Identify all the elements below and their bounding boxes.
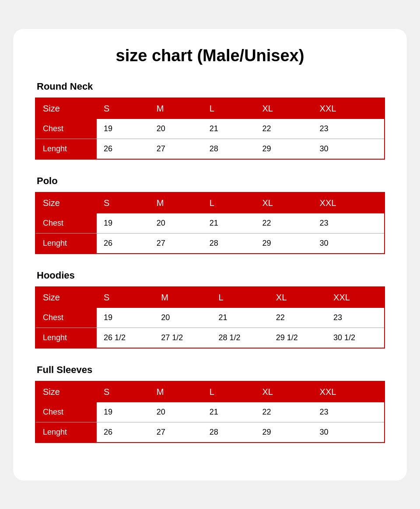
cell-lenght-XXL: 30 1/2	[326, 328, 385, 348]
cell-lenght-S: 26	[97, 139, 150, 159]
table-row: Lenght2627282930	[35, 139, 385, 159]
cell-chest-L: 21	[203, 119, 256, 139]
cell-lenght-M: 27	[150, 139, 203, 159]
row-label: Chest	[35, 213, 97, 234]
cell-chest-XXL: 23	[313, 213, 385, 234]
row-label: Lenght	[35, 422, 97, 443]
section-title-hoodies: Hoodies	[35, 270, 385, 281]
col-header-size: Size	[35, 192, 97, 213]
cell-chest-L: 21	[212, 308, 269, 328]
table-row: Chest1920212223	[35, 213, 385, 234]
cell-lenght-S: 26	[97, 233, 150, 254]
section-title-polo: Polo	[35, 175, 385, 187]
cell-chest-S: 19	[97, 402, 150, 422]
cell-chest-S: 19	[97, 308, 154, 328]
table-full-sleeves: SizeSMLXLXXLChest1920212223Lenght2627282…	[35, 381, 385, 443]
cell-lenght-L: 28	[203, 139, 256, 159]
cell-chest-M: 20	[150, 213, 203, 234]
col-header-s: S	[97, 192, 150, 213]
table-row: Chest1920212223	[35, 308, 385, 328]
cell-chest-XXL: 23	[313, 402, 385, 422]
cell-lenght-XXL: 30	[313, 422, 385, 443]
col-header-s: S	[97, 287, 154, 308]
col-header-xxl: XXL	[326, 287, 385, 308]
col-header-l: L	[212, 287, 269, 308]
row-label: Lenght	[35, 139, 97, 159]
col-header-m: M	[150, 98, 203, 119]
size-chart-card: size chart (Male/Unisex) Round NeckSizeS…	[13, 29, 407, 481]
col-header-xl: XL	[255, 192, 312, 213]
col-header-size: Size	[35, 287, 97, 308]
cell-lenght-L: 28	[203, 233, 256, 254]
cell-lenght-XL: 29	[255, 139, 312, 159]
row-label: Lenght	[35, 328, 97, 348]
cell-lenght-XXL: 30	[313, 233, 385, 254]
col-header-m: M	[154, 287, 211, 308]
col-header-m: M	[150, 192, 203, 213]
col-header-xxl: XXL	[313, 98, 385, 119]
cell-lenght-S: 26	[97, 422, 150, 443]
cell-chest-XL: 22	[255, 402, 312, 422]
col-header-xxl: XXL	[313, 192, 385, 213]
col-header-xl: XL	[255, 381, 312, 402]
cell-chest-M: 20	[154, 308, 211, 328]
table-hoodies: SizeSMLXLXXLChest1920212223Lenght26 1/22…	[35, 286, 385, 349]
page-title: size chart (Male/Unisex)	[35, 46, 385, 65]
section-full-sleeves: Full SleevesSizeSMLXLXXLChest1920212223L…	[35, 364, 385, 443]
cell-chest-XXL: 23	[313, 119, 385, 139]
section-round-neck: Round NeckSizeSMLXLXXLChest1920212223Len…	[35, 81, 385, 160]
cell-chest-M: 20	[150, 119, 203, 139]
cell-lenght-M: 27	[150, 422, 203, 443]
cell-lenght-M: 27 1/2	[154, 328, 211, 348]
col-header-s: S	[97, 98, 150, 119]
cell-chest-XL: 22	[269, 308, 326, 328]
table-row: Lenght2627282930	[35, 422, 385, 443]
cell-chest-L: 21	[203, 402, 256, 422]
col-header-s: S	[97, 381, 150, 402]
cell-lenght-XXL: 30	[313, 139, 385, 159]
cell-lenght-XL: 29	[255, 422, 312, 443]
row-label: Lenght	[35, 233, 97, 254]
cell-chest-XL: 22	[255, 119, 312, 139]
table-row: Chest1920212223	[35, 119, 385, 139]
col-header-xxl: XXL	[313, 381, 385, 402]
cell-lenght-M: 27	[150, 233, 203, 254]
col-header-l: L	[203, 381, 256, 402]
col-header-size: Size	[35, 98, 97, 119]
table-round-neck: SizeSMLXLXXLChest1920212223Lenght2627282…	[35, 98, 385, 160]
col-header-xl: XL	[269, 287, 326, 308]
cell-chest-L: 21	[203, 213, 256, 234]
col-header-xl: XL	[255, 98, 312, 119]
table-row: Lenght26 1/227 1/228 1/229 1/230 1/2	[35, 328, 385, 348]
cell-lenght-L: 28	[203, 422, 256, 443]
cell-lenght-XL: 29	[255, 233, 312, 254]
row-label: Chest	[35, 119, 97, 139]
cell-lenght-XL: 29 1/2	[269, 328, 326, 348]
row-label: Chest	[35, 402, 97, 422]
cell-chest-XL: 22	[255, 213, 312, 234]
col-header-l: L	[203, 98, 256, 119]
col-header-size: Size	[35, 381, 97, 402]
cell-lenght-S: 26 1/2	[97, 328, 154, 348]
cell-chest-S: 19	[97, 119, 150, 139]
table-row: Lenght2627282930	[35, 233, 385, 254]
section-title-full-sleeves: Full Sleeves	[35, 364, 385, 376]
table-polo: SizeSMLXLXXLChest1920212223Lenght2627282…	[35, 192, 385, 254]
col-header-m: M	[150, 381, 203, 402]
cell-chest-XXL: 23	[326, 308, 385, 328]
table-row: Chest1920212223	[35, 402, 385, 422]
cell-chest-M: 20	[150, 402, 203, 422]
section-title-round-neck: Round Neck	[35, 81, 385, 92]
section-hoodies: HoodiesSizeSMLXLXXLChest1920212223Lenght…	[35, 270, 385, 349]
row-label: Chest	[35, 308, 97, 328]
cell-chest-S: 19	[97, 213, 150, 234]
cell-lenght-L: 28 1/2	[212, 328, 269, 348]
section-polo: PoloSizeSMLXLXXLChest1920212223Lenght262…	[35, 175, 385, 254]
col-header-l: L	[203, 192, 256, 213]
